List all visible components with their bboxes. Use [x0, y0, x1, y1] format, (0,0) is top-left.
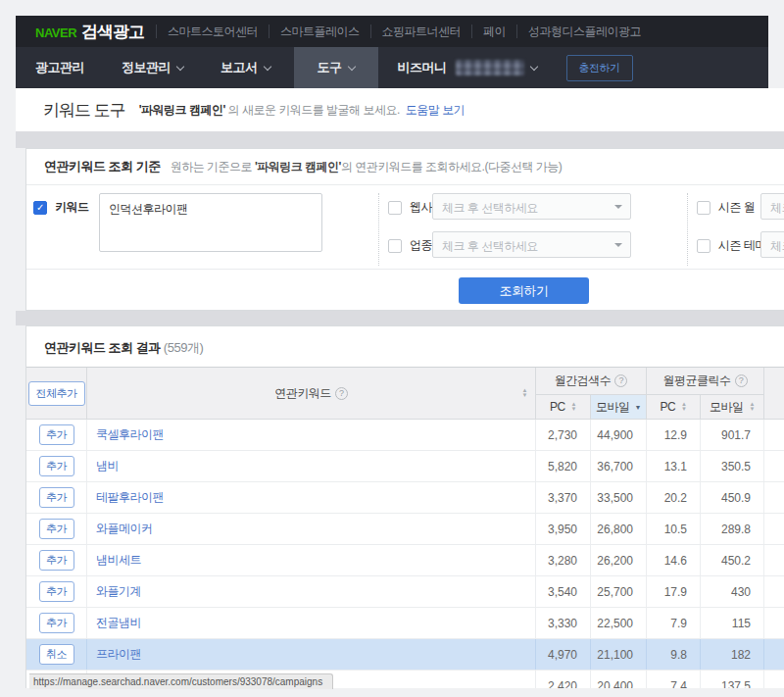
table-body: 추가 쿡셀후라이팬 2,730 44,900 12.9 901.7 추가 냄비 … [26, 420, 784, 697]
help-icon[interactable]: ? [335, 387, 348, 400]
nav-item-pay[interactable]: 페이 [471, 25, 516, 38]
nav-item-ad-manage[interactable]: 광고관리 [35, 59, 84, 76]
industry-select[interactable]: 체크 후 선택하세요 [432, 231, 631, 258]
pc-clicks-cell: 17.9 [646, 576, 700, 607]
divider [687, 193, 688, 266]
pc-clicks-cell: 10.5 [646, 514, 700, 544]
keyword-column-header[interactable]: 연관키워드 ? ▲▼ [86, 368, 535, 419]
mobile-clicks-cell: 115 [700, 608, 763, 638]
mobile-clicks-cell: 430 [700, 576, 763, 607]
season-month-checkbox[interactable] [697, 201, 710, 215]
pc-clicks-cell: 13.1 [646, 451, 700, 481]
table-row: 추가 냄비 5,820 36,700 13.1 350.5 [26, 451, 784, 482]
website-checkbox[interactable] [388, 201, 402, 215]
table-row: 취소 프라이팬 4,970 21,100 9.8 182 [26, 639, 784, 671]
keyword-link[interactable]: 냄비 [96, 458, 119, 474]
keyword-label: 키워드 [55, 199, 89, 216]
add-all-button[interactable]: 전체추가 [28, 381, 85, 406]
pc-clicks-cell: 20.2 [646, 482, 700, 513]
results-count: (559개) [164, 340, 203, 355]
pc-search-cell: 3,370 [535, 482, 590, 513]
row-action-button[interactable]: 추가 [39, 581, 74, 602]
keyword-link[interactable]: 전골냄비 [96, 615, 141, 631]
chevron-down-icon [614, 205, 622, 213]
monthly-clicks-header: 월평균클릭수 ? [647, 368, 763, 395]
row-action-button[interactable]: 추가 [39, 487, 74, 508]
keyword-link[interactable]: 쿡셀후라이팬 [96, 426, 164, 443]
row-action-button[interactable]: 추가 [39, 519, 74, 539]
mobile-clicks-cell: 450.9 [700, 482, 763, 513]
cut-cell [763, 608, 784, 638]
cut-column-header [763, 368, 784, 419]
cut-cell [763, 639, 784, 670]
mobile-search-cell: 25,700 [590, 576, 646, 607]
global-nav-bar: NAVER 검색광고 스마트스토어센터 스마트플레이스 쇼핑파트너센터 페이 성… [16, 16, 768, 47]
season-theme-checkbox[interactable] [697, 239, 710, 253]
search-pc-header[interactable]: PC ▲▼ [536, 395, 590, 419]
nav-item-smartstore[interactable]: 스마트스토어센터 [156, 25, 269, 38]
chevron-down-icon [263, 62, 270, 70]
keyword-checkbox[interactable] [33, 201, 47, 215]
help-icon[interactable]: ? [614, 374, 627, 387]
season-month-select[interactable]: 체크 후 선택하세요 [760, 193, 784, 220]
naver-searchad-page: { "topnav": { "logo_naver": "NAVER", "lo… [0, 0, 784, 697]
nav-item-smartplace[interactable]: 스마트플레이스 [269, 25, 370, 38]
table-row: 추가 전골냄비 3,330 22,500 7.9 115 [26, 608, 784, 639]
keyword-link[interactable]: 와플기계 [96, 583, 141, 600]
row-action-button[interactable]: 추가 [39, 424, 74, 445]
nav-item-tools[interactable]: 도구 [294, 47, 378, 88]
cut-cell [763, 451, 784, 481]
sort-icon: ▲▼ [750, 402, 755, 412]
nav-item-shoppingpartner[interactable]: 쇼핑파트너센터 [370, 25, 472, 38]
row-action-button[interactable]: 추가 [39, 550, 74, 571]
keyword-link[interactable]: 프라이팬 [96, 646, 141, 663]
mobile-clicks-cell: 182 [700, 639, 763, 670]
mobile-clicks-cell: 450.2 [700, 545, 763, 575]
nav-item-info-manage[interactable]: 정보관리 [122, 59, 183, 76]
keyword-link[interactable]: 와플메이커 [96, 521, 153, 537]
help-icon[interactable]: ? [735, 374, 748, 387]
table-row: 추가 와플메이커 3,950 26,800 10.5 289.8 [26, 514, 784, 545]
search-mobile-header-sorted[interactable]: 모바일 ▼ [590, 395, 646, 419]
row-action-button[interactable]: 취소 [39, 644, 74, 665]
keyword-criteria-panel: 연관키워드 조회 기준 원하는 기준으로 '파워링크 캠페인'의 연관키워드를 … [25, 148, 784, 311]
help-link[interactable]: 도움말 보기 [406, 102, 465, 119]
naver-logo-text: NAVER [35, 25, 76, 40]
pc-search-cell: 3,330 [535, 608, 590, 638]
global-nav-menu: 스마트스토어센터 스마트플레이스 쇼핑파트너센터 페이 성과형디스플레이광고 [156, 25, 652, 38]
charge-button[interactable]: 충전하기 [566, 55, 633, 81]
website-select[interactable]: 체크 후 선택하세요 [432, 193, 631, 220]
sort-icon[interactable]: ▲▼ [522, 388, 527, 398]
mobile-search-cell: 26,800 [590, 514, 646, 544]
clicks-mobile-header[interactable]: 모바일 ▲▼ [700, 395, 763, 419]
bizmoney-menu[interactable]: 비즈머니 [398, 59, 537, 76]
divider [378, 193, 379, 266]
clicks-pc-header[interactable]: PC ▲▼ [647, 395, 700, 419]
cut-cell [763, 514, 784, 544]
keyword-link[interactable]: 테팔후라이팬 [96, 489, 164, 506]
table-row: 추가 테팔후라이팬 3,370 33,500 20.2 450.9 [26, 482, 784, 514]
cut-cell [763, 576, 784, 607]
monthly-search-column-group: 월간검색수 ? PC ▲▼ 모바일 ▼ [535, 368, 646, 419]
mobile-search-cell: 33,500 [590, 482, 646, 513]
row-action-button[interactable]: 추가 [39, 613, 74, 633]
search-submit-button[interactable]: 조회하기 [459, 277, 589, 304]
nav-item-report[interactable]: 보고서 [220, 59, 270, 76]
divider [26, 269, 784, 270]
naver-searchad-logo[interactable]: NAVER 검색광고 [35, 21, 144, 43]
keyword-input[interactable]: 인덕션후라이팬 [99, 193, 322, 252]
season-month-label: 시즌 월 [718, 199, 755, 216]
pc-search-cell: 3,280 [535, 545, 590, 575]
section-divider [16, 131, 784, 148]
row-action-button[interactable]: 추가 [39, 456, 74, 476]
season-theme-select[interactable]: 체크 후 선택하세요 [760, 231, 784, 258]
industry-checkbox[interactable] [388, 239, 402, 253]
chevron-down-icon [529, 62, 537, 70]
viewport-bottom-edge [0, 688, 784, 697]
nav-item-display-ads[interactable]: 성과형디스플레이광고 [516, 25, 652, 38]
table-row: 추가 와플기계 3,540 25,700 17.9 430 [26, 576, 784, 608]
keyword-link[interactable]: 냄비세트 [96, 552, 141, 569]
bizmoney-amount-blurred [456, 60, 524, 75]
pc-search-cell: 5,820 [535, 451, 590, 481]
pc-search-cell: 4,970 [535, 639, 590, 670]
